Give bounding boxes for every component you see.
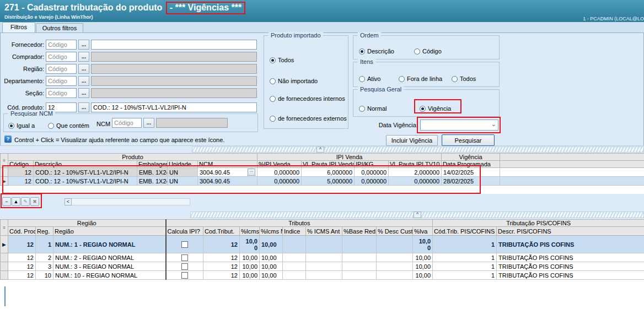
cell-cod-trib-pis[interactable]: 1: [433, 236, 497, 253]
cell-ipi-kg[interactable]: 0,000000: [355, 177, 389, 186]
cell-embalagem[interactable]: EMB. 1X24: [137, 168, 168, 177]
table-row-selected[interactable]: ▶ 12 1 NUM.: 1 - REGIAO NORMAL 12 10,00 …: [1, 236, 644, 253]
scroll-left-button[interactable]: <: [65, 198, 72, 205]
cell-data-programada[interactable]: 14/02/2025: [442, 168, 500, 177]
cell-indice[interactable]: [283, 262, 306, 271]
col-header-reg[interactable]: Reg.: [36, 227, 53, 236]
comprador-lookup-button[interactable]: ...: [78, 52, 89, 62]
table-row[interactable]: 12 2 NUM.: 2 - REGIAO NORMAL 12 10,00 10…: [1, 253, 644, 262]
cell-perc-icms-n[interactable]: 10,00: [260, 262, 283, 271]
cell-ncm[interactable]: 3004.90.45...: [198, 168, 257, 177]
col-header-indice[interactable]: Indice: [283, 227, 306, 236]
ncm-ellipsis-button[interactable]: ...: [248, 169, 255, 176]
cell-embalagem[interactable]: EMB. 1X24: [137, 177, 168, 186]
table-row[interactable]: 12 10 NUM.: 10 - REGIAO NORMAL 12 10,00 …: [1, 271, 644, 280]
data-vigencia-combobox[interactable]: ⌄: [420, 120, 498, 131]
cell-perc-iva[interactable]: 10,00: [413, 253, 433, 262]
cell-perc-icm[interactable]: 10,00: [240, 262, 260, 271]
cell-cod-tribut[interactable]: 12: [203, 236, 240, 253]
cell-indice[interactable]: [283, 271, 306, 280]
cell-cod-tribut[interactable]: 12: [203, 271, 240, 280]
table-row[interactable]: 12 COD.: 12 - 10%/ST-VL1-VL2/IPI-N EMB. …: [1, 168, 644, 177]
ncm-lookup-button[interactable]: ...: [143, 118, 154, 128]
radio-pesquisa-vigencia[interactable]: Vigência: [420, 103, 451, 111]
col-header-cod-trib-pis-cofins[interactable]: Cód.Trib. PIS/COFINS: [433, 227, 497, 236]
col-header-codigo[interactable]: Código: [8, 161, 34, 168]
cell-regiao[interactable]: NUM.: 2 - REGIAO NORMAL: [53, 253, 166, 262]
col-header-ncm[interactable]: NCM: [198, 161, 257, 168]
cell-cod-trib-pis[interactable]: 1: [433, 253, 497, 262]
insert-record-button[interactable]: ▲: [12, 197, 20, 206]
splitter-collapse-button[interactable]: ^: [414, 212, 421, 218]
tab-filtros[interactable]: Filtros: [2, 22, 35, 32]
cell-descr-pis[interactable]: TRIBUTAÇÃO PIS COFINS: [497, 271, 644, 280]
cell-perc-icms-ant[interactable]: [306, 262, 342, 271]
cell-perc-icms-n[interactable]: 10,00: [260, 253, 283, 262]
comprador-code-input[interactable]: [46, 52, 77, 62]
cell-regiao[interactable]: NUM.: 1 - REGIAO NORMAL: [53, 236, 166, 253]
cell-perc-ipi-venda[interactable]: 0,000000: [257, 177, 302, 186]
secao-lookup-button[interactable]: ...: [78, 88, 89, 98]
cell-perc-base-red[interactable]: [342, 253, 377, 262]
radio-igual-a[interactable]: Igual a: [8, 120, 35, 128]
cell-perc-base-red[interactable]: [342, 262, 377, 271]
radio-ordem-descricao[interactable]: Descrição: [359, 46, 394, 53]
cell-perc-desc-cust[interactable]: [377, 262, 413, 271]
radio-todos-importado[interactable]: Todos: [270, 55, 294, 62]
col-header-regiao[interactable]: Região: [53, 227, 166, 236]
radio-pesquisa-normal[interactable]: Normal: [359, 103, 387, 111]
cell-perc-iva[interactable]: 10,00: [413, 262, 433, 271]
cell-perc-icms-ant[interactable]: [306, 236, 342, 253]
cod-produto-descricao-field[interactable]: [91, 102, 257, 112]
cell-regiao[interactable]: NUM.: 10 - REGIAO NORMAL: [53, 271, 166, 280]
cell-cod-prod[interactable]: 12: [8, 236, 36, 253]
cell-cod-trib-pis[interactable]: 1: [433, 262, 497, 271]
horizontal-scrollbar-track[interactable]: [65, 198, 190, 205]
cell-vl-pauta-ipi-tv10[interactable]: 2,000000: [389, 168, 442, 177]
cell-perc-icms-n[interactable]: 10,00: [260, 236, 283, 253]
col-header-perc-ipi-venda[interactable]: %IPI Venda: [257, 161, 302, 168]
cell-perc-icm[interactable]: 10,00: [240, 253, 260, 262]
cell-perc-base-red[interactable]: [342, 236, 377, 253]
cell-ipi-kg[interactable]: 0,000000: [355, 168, 389, 177]
radio-itens-todos[interactable]: Todos: [452, 73, 476, 81]
cell-regiao[interactable]: NUM.: 3 - REGIAO NORMAL: [53, 262, 166, 271]
radio-fornecedores-internos[interactable]: de fornecedores internos: [270, 93, 345, 101]
cell-perc-base-red[interactable]: [342, 271, 377, 280]
ncm-code-input[interactable]: [112, 118, 142, 128]
radio-fornecedores-externos[interactable]: de fornecedores externos: [270, 113, 347, 121]
secao-code-input[interactable]: [46, 88, 77, 98]
cell-descricao[interactable]: COD.: 12 - 10%/ST-VL1-VL2/IPI-N: [34, 168, 137, 177]
cell-perc-icm[interactable]: 10,00: [240, 271, 260, 280]
cell-descricao[interactable]: COD.: 12 - 10%/ST-VL1-VL2/IPI-N: [34, 177, 137, 186]
cell-cod-trib-pis[interactable]: 1: [433, 271, 497, 280]
cell-perc-iva[interactable]: 10,00: [413, 271, 433, 280]
cell-codigo[interactable]: 12: [8, 168, 34, 177]
col-header-unidade[interactable]: Unidade: [168, 161, 198, 168]
cell-ncm[interactable]: 3004.90.45: [198, 177, 257, 186]
cell-vl-pauta-ipi-tv10[interactable]: 0,000000: [389, 177, 442, 186]
col-header-perc-icm[interactable]: %Icms: [240, 227, 260, 236]
departamento-lookup-button[interactable]: ...: [78, 76, 89, 86]
cell-cod-tribut[interactable]: 12: [203, 253, 240, 262]
col-header-perc-base-red[interactable]: %Base Red.: [342, 227, 377, 236]
table-row[interactable]: 12 3 NUM.: 3 - REGIAO NORMAL 12 10,00 10…: [1, 262, 644, 271]
cell-cod-prod[interactable]: 12: [8, 262, 36, 271]
fornecedor-lookup-button[interactable]: ...: [78, 40, 89, 50]
col-header-vl-pauta-ipi-tv10[interactable]: Vl. Pauta IPI TV10: [389, 161, 442, 168]
cell-perc-icms-ant[interactable]: [306, 271, 342, 280]
cell-descr-pis[interactable]: TRIBUTAÇÃO PIS COFINS: [497, 262, 644, 271]
col-header-calcula-ipi[interactable]: Calcula IPI?: [166, 227, 203, 236]
calcula-ipi-checkbox[interactable]: [181, 263, 188, 270]
col-header-perc-icms-n[interactable]: %Icms N: [260, 227, 283, 236]
calcula-ipi-checkbox[interactable]: [181, 254, 188, 261]
cell-indice[interactable]: [283, 236, 306, 253]
pesquisar-button[interactable]: Pesquisar: [442, 134, 495, 146]
col-header-perc-desc-cust[interactable]: % Desc Cust: [377, 227, 413, 236]
cell-vl-pauta-ipi-venda[interactable]: 6,000000: [302, 168, 355, 177]
cell-cod-prod[interactable]: 12: [8, 253, 36, 262]
cell-reg[interactable]: 10: [36, 271, 53, 280]
tab-outros-filtros[interactable]: Outros filtros: [36, 23, 83, 32]
edit-record-button[interactable]: ✎: [21, 197, 30, 206]
cell-perc-desc-cust[interactable]: [377, 271, 413, 280]
